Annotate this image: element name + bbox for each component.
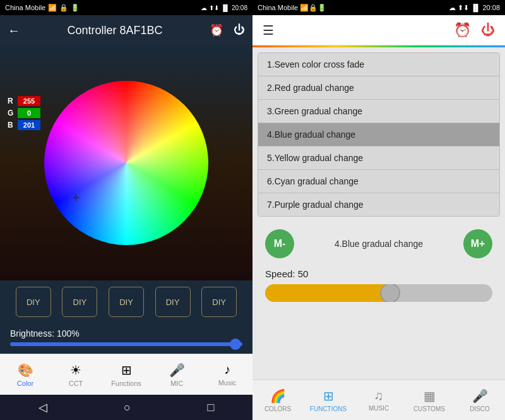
left-time: 20:08 bbox=[232, 4, 247, 11]
right-panel: China Mobile 📶🔒🔋 ☁ ⬆⬇ ▐▌ 20:08 ☰ ⏰ ⏻ 1.S… bbox=[252, 0, 505, 420]
right-carrier-text: China Mobile bbox=[258, 4, 298, 11]
right-nav-disco[interactable]: 🎤 DISCO bbox=[454, 385, 505, 416]
right-nav-music-label: MUSIC bbox=[369, 405, 389, 412]
right-nav-music[interactable]: ♫ MUSIC bbox=[354, 385, 404, 416]
signal-icon: 📶 bbox=[48, 4, 57, 12]
functions-list: 1.Seven color cross fade 2.Red gradual c… bbox=[258, 52, 500, 217]
rgb-g-row: G 0 bbox=[8, 108, 40, 118]
alarm-icon[interactable]: ⏰ bbox=[210, 23, 223, 37]
brightness-thumb[interactable] bbox=[230, 339, 241, 350]
left-carrier: China Mobile 📶 🔒 🔋 bbox=[5, 4, 80, 12]
m-plus-button[interactable]: M+ bbox=[463, 229, 492, 258]
function-item-4[interactable]: 4.Blue gradual change bbox=[258, 123, 499, 147]
r-value: 255 bbox=[18, 96, 40, 106]
right-functions-icon: ⊞ bbox=[323, 388, 334, 404]
right-music-icon: ♫ bbox=[374, 388, 384, 403]
home-button[interactable]: ○ bbox=[124, 401, 131, 414]
header-title: Controller 8AF1BC bbox=[28, 24, 202, 37]
right-nav-colors[interactable]: 🌈 COLORS bbox=[252, 385, 303, 416]
g-label: G bbox=[8, 109, 15, 117]
nav-mic-label: MIC bbox=[170, 380, 183, 387]
brightness-slider[interactable] bbox=[10, 342, 242, 346]
diy-buttons-row: DIY DIY DIY DIY DIY bbox=[0, 280, 252, 323]
right-status-bar: China Mobile 📶🔒🔋 ☁ ⬆⬇ ▐▌ 20:08 bbox=[252, 0, 505, 15]
right-carrier: China Mobile 📶🔒🔋 bbox=[258, 4, 326, 12]
color-wheel-area[interactable]: R 255 G 0 B 201 + bbox=[0, 45, 252, 280]
function-item-2[interactable]: 2.Red gradual change bbox=[258, 76, 499, 100]
speed-fill bbox=[265, 284, 390, 302]
signal-bars: ▐▌ bbox=[221, 4, 230, 11]
app-header: ← Controller 8AF1BC ⏰ ⏻ bbox=[0, 15, 252, 45]
nav-color-label: Color bbox=[17, 380, 33, 387]
brightness-label: Brightness: 100% bbox=[10, 328, 242, 339]
right-header-icons: ⏰ ⏻ bbox=[454, 22, 495, 39]
b-value: 201 bbox=[18, 120, 40, 130]
nav-color[interactable]: 🎨 Color bbox=[0, 359, 50, 391]
diy-button-5[interactable]: DIY bbox=[201, 287, 237, 317]
left-bottom-nav: 🎨 Color ☀ CCT ⊞ Functions 🎤 MIC ♪ Music bbox=[0, 354, 252, 395]
right-nav-customs[interactable]: ▦ CUSTOMS bbox=[404, 385, 454, 416]
right-signal-icon: 📶🔒🔋 bbox=[300, 4, 326, 11]
m-minus-button[interactable]: M- bbox=[265, 229, 294, 258]
diy-button-4[interactable]: DIY bbox=[155, 287, 191, 317]
speed-label: Speed: 50 bbox=[265, 268, 492, 279]
back-button[interactable]: ← bbox=[8, 23, 20, 38]
speed-slider[interactable] bbox=[265, 284, 492, 302]
nav-music-label: Music bbox=[218, 379, 237, 387]
nav-functions-label: Functions bbox=[111, 380, 141, 387]
header-icons: ⏰ ⏻ bbox=[210, 23, 245, 37]
right-nav-functions[interactable]: ⊞ FUNCTIONS bbox=[303, 385, 354, 416]
carrier-text: China Mobile bbox=[5, 4, 45, 11]
controls-row: M- 4.Blue gradual change M+ bbox=[252, 222, 505, 266]
right-nav-disco-label: DISCO bbox=[470, 405, 490, 412]
brightness-section: Brightness: 100% bbox=[0, 323, 252, 354]
right-status-right: ☁ ⬆⬇ ▐▌ 20:08 bbox=[449, 4, 500, 12]
left-status-bar: China Mobile 📶 🔒 🔋 ☁ ⬆⬇ ▐▌ 20:08 bbox=[0, 0, 252, 15]
right-alarm-icon[interactable]: ⏰ bbox=[454, 22, 471, 39]
nav-cct[interactable]: ☀ CCT bbox=[50, 359, 101, 391]
function-item-3[interactable]: 3.Green gradual change bbox=[258, 100, 499, 123]
music-icon: ♪ bbox=[224, 363, 230, 377]
battery-icon: 🔋 bbox=[71, 4, 80, 12]
colors-icon: 🌈 bbox=[270, 388, 286, 404]
nav-music[interactable]: ♪ Music bbox=[202, 359, 252, 390]
right-nav-customs-label: CUSTOMS bbox=[413, 405, 445, 412]
function-item-7[interactable]: 7.Purple gradual change bbox=[258, 193, 499, 216]
diy-button-2[interactable]: DIY bbox=[62, 287, 97, 317]
right-nav-functions-label: FUNCTIONS bbox=[310, 405, 347, 412]
rgb-b-row: B 201 bbox=[8, 120, 40, 130]
wifi-icon: ☁ bbox=[201, 4, 207, 11]
right-power-icon[interactable]: ⏻ bbox=[481, 22, 495, 39]
diy-button-1[interactable]: DIY bbox=[16, 287, 51, 317]
functions-icon: ⊞ bbox=[121, 363, 132, 378]
function-item-1[interactable]: 1.Seven color cross fade bbox=[258, 53, 499, 76]
nav-mic[interactable]: 🎤 MIC bbox=[152, 359, 202, 391]
rgb-r-row: R 255 bbox=[8, 96, 40, 106]
back-sys-button[interactable]: ◁ bbox=[39, 400, 47, 414]
color-wheel[interactable] bbox=[44, 81, 208, 245]
function-item-6[interactable]: 6.Cyan gradual change bbox=[258, 170, 499, 193]
r-label: R bbox=[8, 97, 15, 105]
left-status-right: ☁ ⬆⬇ ▐▌ 20:08 bbox=[201, 4, 247, 11]
network-icon: ⬆⬇ bbox=[209, 4, 219, 11]
crosshair: + bbox=[72, 191, 80, 205]
right-time: 20:08 bbox=[482, 4, 500, 11]
g-value: 0 bbox=[18, 108, 40, 118]
cct-icon: ☀ bbox=[70, 363, 81, 378]
power-icon[interactable]: ⏻ bbox=[234, 23, 245, 37]
right-bottom-nav: 🌈 COLORS ⊞ FUNCTIONS ♫ MUSIC ▦ CUSTOMS 🎤… bbox=[252, 379, 505, 420]
rgb-indicators: R 255 G 0 B 201 bbox=[8, 96, 40, 130]
tab-indicator-line bbox=[252, 45, 505, 47]
right-header: ☰ ⏰ ⏻ bbox=[252, 15, 505, 45]
hamburger-menu[interactable]: ☰ bbox=[263, 23, 274, 38]
speed-thumb[interactable] bbox=[380, 284, 400, 302]
color-icon: 🎨 bbox=[18, 363, 33, 378]
mic-icon: 🎤 bbox=[169, 363, 185, 378]
function-item-5[interactable]: 5.Yellow gradual change bbox=[258, 147, 499, 170]
recents-button[interactable]: □ bbox=[207, 401, 214, 414]
disco-icon: 🎤 bbox=[472, 388, 488, 404]
customs-icon: ▦ bbox=[424, 388, 436, 404]
system-nav: ◁ ○ □ bbox=[0, 395, 252, 420]
diy-button-3[interactable]: DIY bbox=[109, 287, 144, 317]
nav-functions[interactable]: ⊞ Functions bbox=[101, 359, 152, 391]
